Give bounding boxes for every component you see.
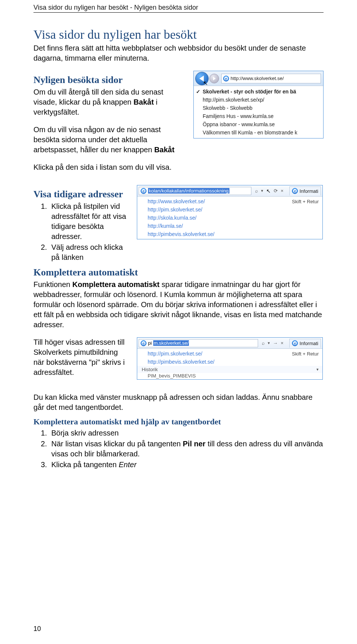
address-bar[interactable]: pim.skolverket.se/ xyxy=(139,339,258,347)
history-item[interactable]: Öppna isbanor - www.kumla.se xyxy=(194,120,323,128)
ie-icon xyxy=(141,188,147,194)
sec4-li3-italic: Enter xyxy=(119,460,136,469)
page-header: Visa sidor du nyligen har besökt - Nylig… xyxy=(33,0,324,12)
chevron-down-icon[interactable]: ▾ xyxy=(261,188,263,193)
sec4-p1: Du kan klicka med vänster musknapp på ad… xyxy=(33,392,324,412)
sec1-p1-bold: Bakåt xyxy=(134,98,154,106)
tab-label: Informati xyxy=(299,188,318,194)
screenshot-autocomplete-pi: pim.skolverket.se/ ⌕ ▾ → × Informati htt… xyxy=(137,337,323,380)
tab-label: Informati xyxy=(299,341,318,346)
forward-arrow-icon xyxy=(213,77,216,80)
suggestion-row[interactable]: http://pimbevis.skolverket.se/ xyxy=(137,230,322,238)
go-icon[interactable]: → xyxy=(273,340,278,346)
refresh-icon[interactable]: ⟳ xyxy=(274,188,278,194)
suggestion-row[interactable]: http://pim.skolverket.se/Skift + Retur xyxy=(137,350,322,358)
address-url: http://www.skolverket.se/ xyxy=(231,76,284,81)
sec1-p2: Om du vill visa någon av de nio senast b… xyxy=(33,125,187,155)
address-bar[interactable]: http://www.skolverket.se/ xyxy=(221,74,321,83)
suggestion-url: http://skola.kumla.se/ xyxy=(148,215,197,221)
cursor-icon: ↖ xyxy=(203,80,208,87)
toolbar-icons: ⌕ ▾ ↖ ⟳ × xyxy=(253,188,286,194)
suggestion-row[interactable]: http://skola.kumla.se/ xyxy=(137,214,322,222)
shot1-toolbar: ↖ http://www.skolverket.se/ xyxy=(194,71,323,86)
cursor-icon: ↖ xyxy=(266,188,271,194)
search-icon[interactable]: ⌕ xyxy=(255,188,258,194)
sec3-p1a: Funktionen xyxy=(33,280,73,288)
ie-icon xyxy=(223,76,229,82)
address-bar[interactable]: kolan/kollakallan/informationssokning xyxy=(139,187,251,195)
sec2-li2: Välj adress och klicka på länken xyxy=(49,242,130,262)
sec1-p3: Klicka på den sida i listan som du vill … xyxy=(33,162,324,172)
browser-tab[interactable]: Informati xyxy=(289,339,321,348)
autocomplete-suggestions: http://pim.skolverket.se/Skift + Retur h… xyxy=(137,349,322,379)
shot2-toolbar: kolan/kollakallan/informationssokning ⌕ … xyxy=(137,185,322,197)
suggestion-url: http://pim.skolverket.se/ xyxy=(148,351,202,357)
sec4-li3a: Klicka på tangenten xyxy=(51,460,119,469)
history-item[interactable]: Skolverket - styr och stödjer för en bä xyxy=(194,87,323,96)
ie-icon xyxy=(292,340,298,346)
suggestion-row[interactable]: http://www.skolverket.se/Skift + Retur xyxy=(137,197,322,205)
close-icon[interactable]: × xyxy=(281,340,284,346)
browser-tab[interactable]: Informati xyxy=(289,186,321,195)
suggestion-row[interactable]: http://pimbevis.skolverket.se/ xyxy=(137,358,322,366)
header-divider xyxy=(33,12,324,13)
forward-button[interactable] xyxy=(209,74,219,83)
suggestion-hint: Skift + Retur xyxy=(292,199,319,204)
ie-icon xyxy=(292,188,298,194)
history-item[interactable]: Familjens Hus - www.kumla.se xyxy=(194,112,323,120)
back-history-dropdown: Skolverket - styr och stödjer för en bä … xyxy=(194,86,323,138)
sec3-p1: Funktionen Komplettera automatiskt spara… xyxy=(33,280,324,330)
sec4-li1: Börja skriv adressen xyxy=(49,428,324,438)
history-section-label: Historik▾ xyxy=(137,366,322,373)
screenshot-back-dropdown: ↖ http://www.skolverket.se/ Skolverket -… xyxy=(193,71,324,138)
suggestion-url: http://pimbevis.skolverket.se/ xyxy=(148,359,215,365)
section-autocomplete-keyboard: Komplettera automatiskt med hjälp av tan… xyxy=(33,417,324,427)
sec4-li2a: När listan visas klickar du på tangenten xyxy=(51,440,183,448)
sec4-li2-bold: Pil ner xyxy=(183,440,206,448)
sec1-p2a: Om du vill visa någon av de nio senast b… xyxy=(33,125,161,154)
suggestion-url: http://pimbevis.skolverket.se/ xyxy=(148,231,215,237)
chevron-down-icon[interactable]: ▾ xyxy=(316,367,319,372)
sec3-p2: Till höger visas adressen till Skolverke… xyxy=(33,337,130,377)
search-icon[interactable]: ⌕ xyxy=(262,340,265,346)
close-icon[interactable]: × xyxy=(281,188,284,194)
section-autocomplete: Komplettera automatiskt xyxy=(33,267,324,278)
ie-icon xyxy=(141,340,147,346)
page-number: 10 xyxy=(33,625,41,633)
suggestion-url: http://www.skolverket.se/ xyxy=(148,198,205,204)
history-item[interactable]: http://pim.skolverket.se/xp/ xyxy=(194,96,323,104)
suggestion-url: http://pim.skolverket.se/ xyxy=(148,207,202,213)
address-selected-text: kolan/kollakallan/informationssokning xyxy=(148,188,229,194)
intro-text: Det finns flera sätt att hitta webbplats… xyxy=(33,43,324,63)
sec4-list: Börja skriv adressen När listan visas kl… xyxy=(49,428,324,470)
section-previous-addresses: Visa tidigare adresser xyxy=(33,189,130,200)
sec2-list: Klicka på listpilen vid adressfältet för… xyxy=(49,201,130,262)
sec4-li3: Klicka på tangenten Enter xyxy=(49,460,324,470)
typed-text: pi xyxy=(148,340,152,346)
sec3-p1-bold: Komplettera automatiskt xyxy=(73,280,160,288)
shot3-toolbar: pim.skolverket.se/ ⌕ ▾ → × Informati xyxy=(137,338,322,349)
sec1-p1: Om du vill återgå till den sida du senas… xyxy=(33,87,187,117)
screenshot-address-dropdown: kolan/kollakallan/informationssokning ⌕ … xyxy=(137,185,323,239)
doc-title: Visa sidor du nyligen har besökt xyxy=(33,28,324,42)
suggestion-row[interactable]: http://kumla.se/ xyxy=(137,222,322,230)
sec2-li1: Klicka på listpilen vid adressfältet för… xyxy=(49,201,130,242)
history-item[interactable]: Välkommen till Kumla - en blomstrande k xyxy=(194,128,323,137)
suggestion-hint: Skift + Retur xyxy=(292,351,319,357)
chevron-down-icon[interactable]: ▾ xyxy=(268,341,270,345)
toolbar-icons: ⌕ ▾ → × xyxy=(260,340,286,346)
history-item[interactable]: Skolwebb - Skolwebb xyxy=(194,104,323,112)
sec4-li2: När listan visas klickar du på tangenten… xyxy=(49,439,324,459)
back-button[interactable]: ↖ xyxy=(195,72,209,85)
section-recently-visited: Nyligen besökta sidor xyxy=(33,74,187,86)
history-label-text: Historik xyxy=(142,367,158,372)
history-small-row[interactable]: PIM_bevis_PIMBEVIS xyxy=(137,373,322,379)
suggestion-url: http://kumla.se/ xyxy=(148,223,183,229)
autocomplete-selected: m.skolverket.se/ xyxy=(153,340,189,346)
address-suggestions: http://www.skolverket.se/Skift + Retur h… xyxy=(137,197,322,239)
suggestion-row[interactable]: http://pim.skolverket.se/ xyxy=(137,205,322,214)
sec1-p2-bold: Bakåt xyxy=(154,146,174,154)
